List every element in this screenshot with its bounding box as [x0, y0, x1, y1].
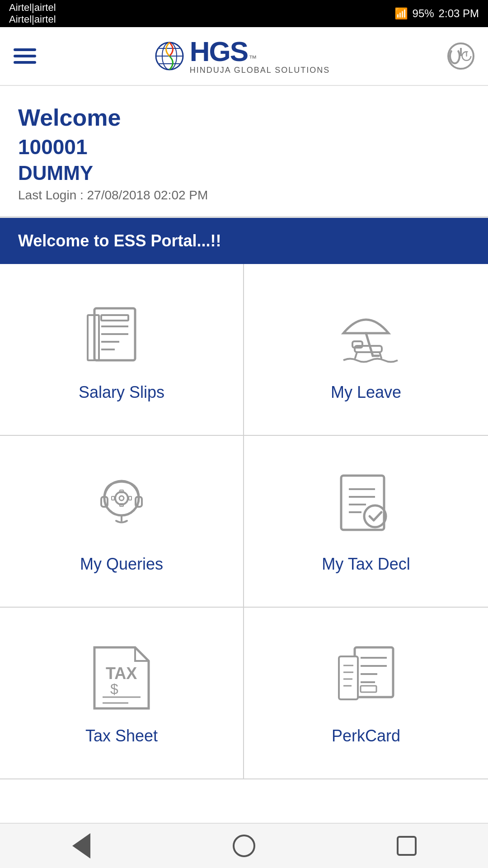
carrier-2: Airtel|airtel [9, 14, 56, 25]
battery-text: 95% [413, 7, 434, 20]
svg-point-21 [115, 492, 128, 505]
banner-text: Welcome to ESS Portal...!! [18, 231, 221, 250]
carrier-1: Airtel|airtel [9, 2, 56, 14]
svg-rect-8 [101, 315, 128, 321]
signal-icon: 📶 [394, 7, 408, 20]
my-leave-button[interactable]: My Leave [244, 264, 488, 436]
my-tax-decl-label: My Tax Decl [322, 555, 410, 574]
salary-slips-icon [85, 297, 158, 369]
welcome-greeting: Welcome [18, 104, 470, 131]
svg-point-34 [364, 505, 386, 527]
welcome-banner: Welcome to ESS Portal...!! [0, 218, 488, 264]
my-leave-icon [330, 297, 402, 369]
perkcard-label: PerkCard [332, 726, 400, 745]
svg-rect-25 [112, 496, 114, 500]
logo-container: HGS ™ HINDUJA GLOBAL SOLUTIONS [154, 38, 330, 75]
time-display: 2:03 PM [439, 7, 479, 20]
tax-sheet-label: Tax Sheet [85, 726, 158, 745]
back-button[interactable] [63, 828, 99, 864]
back-icon [72, 833, 90, 859]
my-leave-label: My Leave [331, 383, 401, 402]
my-queries-icon [85, 469, 158, 541]
my-tax-decl-icon [330, 469, 402, 541]
recents-icon [397, 836, 417, 856]
perkcard-button[interactable]: PerkCard [244, 608, 488, 779]
svg-point-22 [119, 496, 124, 500]
carrier-info: Airtel|airtel Airtel|airtel [9, 2, 56, 25]
my-queries-label: My Queries [80, 555, 163, 574]
last-login-text: Last Login : 27/08/2018 02:02 PM [18, 188, 470, 203]
svg-rect-44 [361, 686, 376, 692]
app-header: HGS ™ HINDUJA GLOBAL SOLUTIONS [0, 27, 488, 86]
logo-tm: ™ [249, 54, 257, 63]
logo-globe-icon [154, 40, 185, 72]
home-icon [233, 835, 255, 857]
svg-text:$: $ [110, 681, 118, 697]
employee-name: DUMMY [18, 162, 470, 184]
salary-slips-button[interactable]: Salary Slips [0, 264, 244, 436]
tax-sheet-button[interactable]: TAX $ Tax Sheet [0, 608, 244, 779]
svg-text:TAX: TAX [106, 664, 137, 683]
my-queries-button[interactable]: My Queries [0, 436, 244, 608]
welcome-section: Welcome 100001 DUMMY Last Login : 27/08/… [0, 86, 488, 218]
menu-button[interactable] [14, 48, 36, 64]
power-button[interactable] [447, 42, 474, 70]
content-area: Welcome 100001 DUMMY Last Login : 27/08/… [0, 86, 488, 868]
svg-line-18 [355, 352, 357, 358]
status-icons: 📶 95% 2:03 PM [394, 7, 479, 20]
recents-button[interactable] [389, 828, 425, 864]
menu-grid: Salary Slips My Leav [0, 264, 488, 779]
home-button[interactable] [226, 828, 262, 864]
my-tax-decl-button[interactable]: My Tax Decl [244, 436, 488, 608]
status-bar: Airtel|airtel Airtel|airtel 📶 95% 2:03 P… [0, 0, 488, 27]
logo-main-text: HGS [190, 38, 248, 66]
salary-slips-label: Salary Slips [79, 383, 164, 402]
logo-subtitle: HINDUJA GLOBAL SOLUTIONS [190, 66, 330, 75]
svg-rect-29 [341, 476, 384, 530]
bottom-navigation [0, 823, 488, 868]
svg-line-19 [380, 352, 381, 358]
employee-id: 100001 [18, 135, 470, 159]
svg-rect-45 [339, 656, 358, 699]
svg-rect-26 [129, 496, 131, 500]
tax-sheet-icon: TAX $ [85, 641, 158, 713]
perkcard-icon [330, 641, 402, 713]
logo-text-block: HGS ™ HINDUJA GLOBAL SOLUTIONS [190, 38, 330, 75]
